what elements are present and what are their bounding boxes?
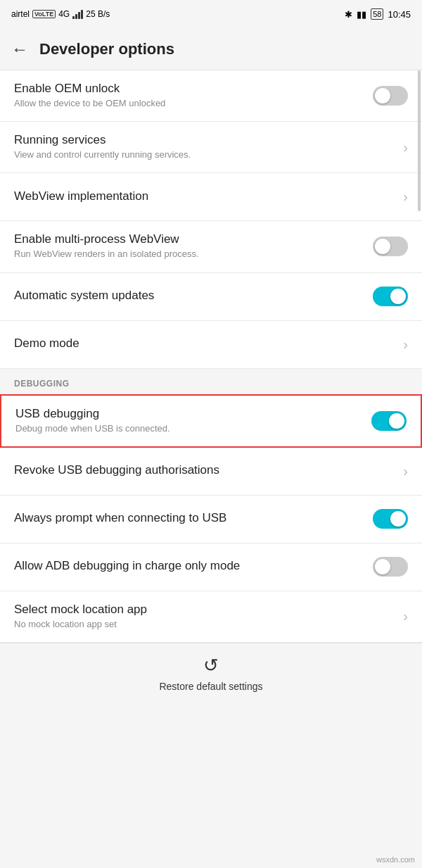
running-services-chevron: › — [403, 139, 408, 156]
settings-item-webview[interactable]: WebView implementation › — [0, 173, 422, 221]
usb-debugging-toggle[interactable] — [371, 411, 407, 431]
running-services-subtitle: View and control currently running servi… — [14, 149, 403, 161]
settings-item-revoke-usb[interactable]: Revoke USB debugging authorisations › — [0, 448, 422, 496]
prompt-usb-title: Always prompt when connecting to USB — [14, 511, 373, 525]
prompt-usb-track[interactable] — [373, 509, 408, 529]
adb-charge-toggle[interactable] — [373, 557, 408, 577]
demo-mode-title: Demo mode — [14, 336, 403, 351]
revoke-usb-title: Revoke USB debugging authorisations — [14, 463, 403, 477]
signal-bar-1 — [72, 16, 75, 19]
battery-level: 58 — [373, 10, 381, 18]
mock-location-chevron: › — [403, 608, 408, 624]
oem-unlock-subtitle: Allow the device to be OEM unlocked — [14, 97, 373, 110]
volte-badge: VoLTE — [32, 10, 56, 18]
demo-mode-chevron: › — [403, 336, 408, 353]
usb-debugging-track[interactable] — [371, 411, 407, 431]
settings-item-adb-charge[interactable]: Allow ADB debugging in charge only mode — [0, 543, 422, 591]
running-services-title: Running services — [14, 133, 403, 147]
mock-location-title: Select mock location app — [14, 603, 403, 617]
usb-debugging-title: USB debugging — [15, 407, 371, 421]
signal-bars — [72, 9, 83, 19]
oem-unlock-toggle[interactable] — [373, 86, 408, 106]
settings-item-usb-debugging[interactable]: USB debugging Debug mode when USB is con… — [0, 394, 422, 448]
bottom-bar[interactable]: ↺ Restore default settings — [0, 643, 422, 706]
settings-item-running-services[interactable]: Running services View and control curren… — [0, 122, 422, 173]
oem-unlock-thumb — [375, 88, 390, 103]
battery-icon: 58 — [371, 8, 383, 20]
restore-button[interactable]: Restore default settings — [159, 681, 262, 692]
settings-item-auto-updates[interactable]: Automatic system updates — [0, 273, 422, 321]
usb-debugging-subtitle: Debug mode when USB is connected. — [15, 422, 371, 435]
multi-webview-subtitle: Run WebView renders in an isolated proce… — [14, 248, 373, 260]
status-left: airtel VoLTE 4G 25 B/s — [11, 9, 110, 19]
status-bar: airtel VoLTE 4G 25 B/s ✱ ▮▮ 58 10:45 — [0, 0, 422, 28]
signal-bar-4 — [81, 10, 83, 19]
webview-title: WebView implementation — [14, 189, 403, 203]
time-label: 10:45 — [388, 9, 411, 20]
back-button[interactable]: ← — [11, 39, 28, 59]
auto-updates-thumb — [390, 289, 406, 304]
webview-chevron: › — [403, 189, 408, 205]
revoke-usb-chevron: › — [403, 463, 408, 479]
multi-webview-thumb — [375, 239, 390, 254]
settings-item-demo-mode[interactable]: Demo mode › — [0, 321, 422, 369]
multi-webview-toggle[interactable] — [373, 237, 408, 256]
auto-updates-title: Automatic system updates — [14, 289, 373, 303]
restore-icon: ↺ — [203, 655, 219, 677]
signal-bar-3 — [78, 12, 80, 19]
signal-bar-2 — [75, 14, 77, 19]
multi-webview-track[interactable] — [373, 237, 408, 256]
network-label: 4G — [58, 9, 70, 19]
oem-unlock-track[interactable] — [373, 86, 408, 106]
settings-item-mock-location[interactable]: Select mock location app No mock locatio… — [0, 591, 422, 643]
scrollbar[interactable] — [418, 70, 421, 211]
prompt-usb-toggle[interactable] — [373, 509, 408, 529]
usb-debugging-thumb — [389, 413, 404, 429]
oem-unlock-title: Enable OEM unlock — [14, 82, 373, 96]
screen-record-icon: ▮▮ — [357, 9, 366, 20]
mock-location-subtitle: No mock location app set — [14, 618, 403, 631]
settings-item-multi-webview[interactable]: Enable multi-process WebView Run WebView… — [0, 221, 422, 272]
multi-webview-title: Enable multi-process WebView — [14, 232, 373, 246]
page-title: Developer options — [39, 40, 174, 58]
settings-content: Enable OEM unlock Allow the device to be… — [0, 70, 422, 643]
prompt-usb-thumb — [390, 511, 406, 527]
bluetooth-icon: ✱ — [345, 9, 352, 20]
data-speed: 25 B/s — [86, 9, 110, 19]
debugging-section-header: DEBUGGING — [0, 369, 422, 394]
status-right: ✱ ▮▮ 58 10:45 — [345, 8, 411, 20]
adb-charge-title: Allow ADB debugging in charge only mode — [14, 559, 373, 573]
settings-item-oem-unlock[interactable]: Enable OEM unlock Allow the device to be… — [0, 70, 422, 122]
settings-item-prompt-usb[interactable]: Always prompt when connecting to USB — [0, 496, 422, 543]
adb-charge-track[interactable] — [373, 557, 408, 577]
carrier-label: airtel — [11, 9, 30, 19]
header: ← Developer options — [0, 28, 422, 70]
auto-updates-toggle[interactable] — [373, 287, 408, 306]
auto-updates-track[interactable] — [373, 287, 408, 306]
adb-charge-thumb — [375, 559, 390, 574]
watermark: wsxdn.com — [376, 855, 415, 864]
